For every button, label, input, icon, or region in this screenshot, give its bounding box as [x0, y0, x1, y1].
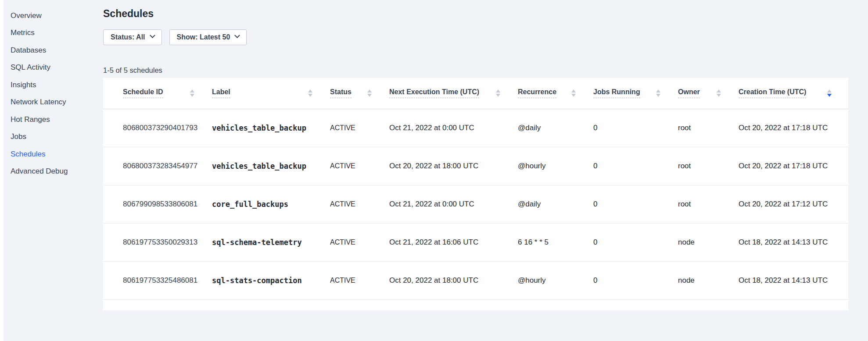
cell-status: ACTIVE — [330, 261, 389, 299]
cell-owner: node — [678, 261, 739, 299]
sort-arrows-icon[interactable] — [827, 89, 832, 97]
sort-arrows-icon[interactable] — [717, 89, 721, 97]
column-header-next_execution_time[interactable]: Next Execution Time (UTC) — [389, 78, 518, 109]
cell-next_execution_time: Oct 21, 2022 at 16:06 UTC — [389, 223, 518, 261]
status-filter-button[interactable]: Status: All — [103, 29, 162, 45]
chevron-down-icon — [150, 32, 155, 38]
cell-label: vehicles_table_backup — [212, 147, 330, 185]
sort-arrows-icon[interactable] — [656, 89, 660, 97]
table-row: 806800373283454977vehicles_table_backupA… — [103, 147, 848, 185]
sidebar-item-hot-ranges[interactable]: Hot Ranges — [4, 111, 103, 128]
schedules-table-card: Schedule IDLabelStatusNext Execution Tim… — [103, 78, 848, 310]
column-header-schedule_id[interactable]: Schedule ID — [103, 78, 212, 109]
column-header-label: Creation Time (UTC) — [739, 88, 806, 98]
column-header-status[interactable]: Status — [330, 78, 389, 109]
table-body: 806800373290401793vehicles_table_backupA… — [103, 109, 848, 299]
cell-status: ACTIVE — [330, 223, 389, 261]
cell-label: sql-schema-telemetry — [212, 223, 330, 261]
sort-arrows-icon[interactable] — [190, 89, 194, 97]
cell-label: sql-stats-compaction — [212, 261, 330, 299]
sort-arrows-icon[interactable] — [571, 89, 576, 97]
cell-label: vehicles_table_backup — [212, 109, 330, 147]
cell-creation_time: Oct 20, 2022 at 17:18 UTC — [739, 109, 848, 147]
cell-next_execution_time: Oct 21, 2022 at 0:00 UTC — [389, 185, 518, 223]
sidebar-nav: OverviewMetricsDatabasesSQL ActivityInsi… — [4, 0, 103, 341]
sidebar-item-sql-activity[interactable]: SQL Activity — [4, 59, 103, 77]
sidebar-item-metrics[interactable]: Metrics — [4, 25, 103, 42]
chevron-down-icon — [234, 32, 240, 38]
sidebar-item-schedules[interactable]: Schedules — [4, 146, 103, 163]
cell-recurrence: @hourly — [518, 147, 593, 185]
column-header-label: Recurrence — [518, 88, 556, 98]
cell-creation_time: Oct 20, 2022 at 17:12 UTC — [739, 185, 848, 223]
column-header-label: Jobs Running — [593, 88, 640, 98]
cell-schedule_id: 806197753350029313 — [103, 223, 212, 261]
cell-owner: node — [678, 223, 739, 261]
table-row: 806800373290401793vehicles_table_backupA… — [103, 109, 848, 147]
cell-creation_time: Oct 18, 2022 at 14:13 UTC — [739, 223, 848, 261]
sort-arrows-icon[interactable] — [367, 89, 372, 97]
sidebar-item-jobs[interactable]: Jobs — [4, 128, 103, 146]
cell-schedule_id: 806799098533806081 — [103, 185, 212, 223]
status-filter-label: Status: All — [111, 33, 145, 41]
cell-recurrence: @daily — [518, 185, 593, 223]
sidebar-item-overview[interactable]: Overview — [4, 7, 103, 25]
cell-schedule_id: 806800373290401793 — [103, 109, 212, 147]
cell-next_execution_time: Oct 20, 2022 at 18:00 UTC — [389, 261, 518, 299]
cell-owner: root — [678, 147, 739, 185]
cell-recurrence: @daily — [518, 109, 593, 147]
cell-jobs_running: 0 — [593, 261, 678, 299]
sort-arrows-icon[interactable] — [308, 89, 312, 97]
column-header-creation_time[interactable]: Creation Time (UTC) — [739, 78, 848, 109]
cell-jobs_running: 0 — [593, 223, 678, 261]
column-header-label: Next Execution Time (UTC) — [389, 88, 479, 98]
sidebar-item-network-latency[interactable]: Network Latency — [4, 94, 103, 111]
sort-arrows-icon[interactable] — [496, 89, 500, 97]
table-row: 806799098533806081core_full_backupsACTIV… — [103, 185, 848, 223]
sidebar-item-databases[interactable]: Databases — [4, 42, 103, 59]
cell-schedule_id: 806197753325486081 — [103, 261, 212, 299]
cell-next_execution_time: Oct 21, 2022 at 0:00 UTC — [389, 109, 518, 147]
results-count: 1-5 of 5 schedules — [103, 66, 868, 75]
column-header-label: Owner — [678, 88, 700, 98]
schedules-table: Schedule IDLabelStatusNext Execution Tim… — [103, 78, 848, 300]
table-header-row: Schedule IDLabelStatusNext Execution Tim… — [103, 78, 848, 109]
table-row: 806197753350029313sql-schema-telemetryAC… — [103, 223, 848, 261]
cell-status: ACTIVE — [330, 147, 389, 185]
table-row: 806197753325486081sql-stats-compactionAC… — [103, 261, 848, 299]
column-header-jobs_running[interactable]: Jobs Running — [593, 78, 678, 109]
sidebar-item-advanced-debug[interactable]: Advanced Debug — [4, 163, 103, 181]
cell-schedule_id: 806800373283454977 — [103, 147, 212, 185]
cell-status: ACTIVE — [330, 185, 389, 223]
sidebar-item-insights[interactable]: Insights — [4, 76, 103, 94]
app-window: OverviewMetricsDatabasesSQL ActivityInsi… — [4, 0, 868, 341]
column-header-label: Label — [212, 88, 230, 98]
column-header-owner[interactable]: Owner — [678, 78, 739, 109]
cell-jobs_running: 0 — [593, 109, 678, 147]
show-filter-label: Show: Latest 50 — [177, 33, 230, 41]
column-header-recurrence[interactable]: Recurrence — [518, 78, 593, 109]
cell-owner: root — [678, 109, 739, 147]
cell-creation_time: Oct 20, 2022 at 17:18 UTC — [739, 147, 848, 185]
cell-jobs_running: 0 — [593, 185, 678, 223]
cell-label: core_full_backups — [212, 185, 330, 223]
cell-recurrence: @hourly — [518, 261, 593, 299]
page-title: Schedules — [103, 7, 868, 20]
cell-jobs_running: 0 — [593, 147, 678, 185]
cell-next_execution_time: Oct 20, 2022 at 18:00 UTC — [389, 147, 518, 185]
cell-owner: root — [678, 185, 739, 223]
filters-bar: Status: All Show: Latest 50 — [103, 29, 868, 45]
show-filter-button[interactable]: Show: Latest 50 — [169, 29, 247, 45]
column-header-label[interactable]: Label — [212, 78, 330, 109]
column-header-label: Schedule ID — [123, 88, 163, 98]
main-content: Schedules Status: All Show: Latest 50 1-… — [103, 0, 868, 341]
cell-creation_time: Oct 18, 2022 at 14:13 UTC — [739, 261, 848, 299]
column-header-label: Status — [330, 88, 352, 98]
cell-recurrence: 6 16 * * 5 — [518, 223, 593, 261]
cell-status: ACTIVE — [330, 109, 389, 147]
